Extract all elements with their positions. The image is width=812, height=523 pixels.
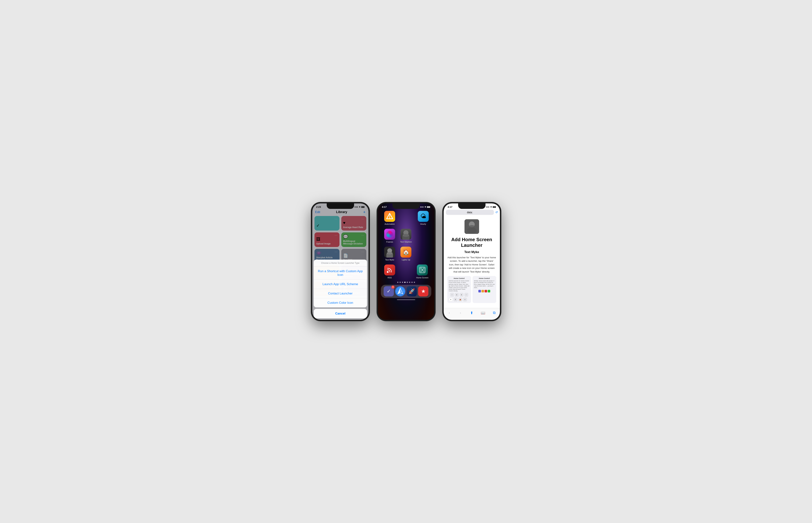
home-page-dots [378,282,434,283]
safari-share-button[interactable]: ⬆ [468,310,475,316]
phone-library: 2:23 ●●● ≋ ▮▮▮ Edit Library + ·· [311,202,370,321]
safari-back-button[interactable]: ‹ [446,310,453,316]
preview-card-title-1: Home Control [449,277,470,279]
content-area: Add Home Screen Launcher Text Myke Add t… [444,216,500,306]
preview-mini-icon-4 [488,290,490,292]
page-dot-2[interactable] [400,282,401,283]
preview-mini-icon-1 [478,290,481,292]
signal-icon-3: ●●● [486,206,490,208]
home-app-grid: Automation 🌤 Hourly [378,209,434,279]
safari-forward-button[interactable]: › [457,310,464,316]
app-label-automation: Automation [385,223,395,225]
app-icon-frames [384,229,395,240]
svg-rect-13 [423,270,425,272]
page-dot-8[interactable] [414,282,415,283]
preview-card-body-1: Add this launcher for 'Home Control' to … [449,280,470,292]
app-label-homescreen: Home Screen [416,276,428,279]
omnifocus-badge: 9 [391,286,394,289]
preview-btn-3[interactable]: 📤 [458,297,462,302]
add-home-app-name: Text Myke [464,250,479,254]
phone-safari: 4:17 ●●● ≋ ▮▮▮ data: ↺ [443,202,501,321]
frames-icon-gradient [386,231,393,237]
safari-reload-button[interactable]: ↺ [495,211,498,214]
app-icon-text-myke [384,247,395,257]
svg-point-25 [469,225,474,227]
app-icon-automation [384,211,395,222]
preview-icon-row [474,290,495,292]
wifi-icon-3: ≋ [490,206,492,208]
page-dot-7[interactable] [411,282,413,283]
action-cancel-button[interactable]: Cancel [314,309,367,318]
page-dot-5[interactable] [407,282,408,283]
profile-photo-inner [464,219,479,234]
safari-url-box[interactable]: data: [446,210,494,215]
action-item-launch-url[interactable]: Launch App URL Scheme [314,279,367,289]
svg-rect-11 [423,267,425,269]
home-app-text-stephen[interactable]: Text Stephen [400,229,412,243]
dock: ✓ 9 [381,285,431,298]
page-dot-3[interactable] [402,282,403,283]
add-home-title: Add Home Screen Launcher [447,237,496,248]
home-app-hourly[interactable]: 🌤 Hourly [418,211,429,225]
home-app-rss[interactable]: RSS [384,265,396,279]
app-label-frames: Frames [386,241,393,243]
svg-point-4 [403,234,409,237]
app-icon-lights-up: 🏠 [401,247,411,257]
time-3: 4:17 [448,205,453,208]
app-label-lights-up: Lights Up [402,259,410,261]
app-label-text-myke: Text Myke [385,259,394,261]
preview-share-icon[interactable]: ⬆ [460,293,463,297]
svg-point-24 [467,227,477,234]
dock-omnifocus[interactable]: ✓ 9 [384,286,394,296]
preview-card-title-2: Home Control [474,277,495,279]
preview-mini-icon-2 [481,290,484,292]
home-app-homescreen[interactable]: Home Screen [416,265,428,279]
preview-card-body-2: AirHelp: Some words with people. If you'… [474,280,495,288]
action-item-custom-color[interactable]: Custom Color Icon [314,298,367,307]
preview-card-2: Home Control AirHelp: Some words with pe… [473,276,496,303]
notch-3 [458,203,486,209]
svg-point-7 [387,252,393,254]
phones-container: 2:23 ●●● ≋ ▮▮▮ Edit Library + ·· [311,202,501,321]
page-dot-4-active[interactable] [404,282,406,283]
preview-btn-2[interactable]: ⬆ [454,297,458,302]
preview-share-row-1: + ⬇ ⬆ ♡ [449,293,470,297]
page-dot-6[interactable] [409,282,410,283]
safari-tabs-button[interactable]: ⧉ [491,310,497,316]
app-icon-text-stephen [401,229,411,240]
dock-safari[interactable] [395,286,405,296]
safari-url-text: data: [467,211,473,214]
svg-point-14 [422,269,423,271]
home-app-text-myke[interactable]: Text Myke [384,247,396,261]
home-app-frames[interactable]: Frames [384,229,396,243]
dock-rocket[interactable]: 🚀 [407,286,417,296]
home-indicator[interactable] [378,298,434,302]
dock-reeder[interactable]: ★ [418,286,428,296]
preview-btn-4[interactable]: ✕ [463,297,467,302]
safari-bookmarks-button[interactable]: 📖 [480,310,486,316]
page-dot-1[interactable] [397,282,399,283]
safari-bottom-bar: ‹ › ⬆ 📖 ⧉ [444,308,500,320]
battery-icon-2: ▮▮▮ [427,206,430,208]
svg-rect-10 [420,267,422,269]
preview-mini-icon-3 [484,290,487,292]
status-icons-3: ●●● ≋ ▮▮▮ [486,206,496,208]
preview-like-icon[interactable]: ♡ [464,293,468,297]
home-app-automation[interactable]: Automation [384,211,396,225]
phone-homescreen: 4:17 ●●● ≋ ▮▮▮ [377,202,435,321]
action-item-run-shortcut[interactable]: Run a Shortcut with Custom App Icon [314,267,367,279]
home-app-lights-up[interactable]: 🏠 Lights Up [400,247,412,261]
action-item-contact-launcher[interactable]: Contact Launcher [314,289,367,298]
svg-point-8 [387,271,389,273]
app-icon-homescreen [417,265,428,275]
time-2: 4:17 [382,205,387,208]
app-label-text-stephen: Text Stephen [400,241,412,243]
signal-icon-2: ●●● [420,206,424,208]
app-icon-hourly: 🌤 [418,211,429,222]
app-icon-rss [384,265,395,275]
preview-save-icon[interactable]: ⬇ [455,293,459,297]
preview-plus-btn[interactable]: + [449,297,453,302]
preview-add-icon[interactable]: + [450,293,454,297]
status-icons-2: ●●● ≋ ▮▮▮ [420,206,430,208]
profile-photo [464,219,479,234]
